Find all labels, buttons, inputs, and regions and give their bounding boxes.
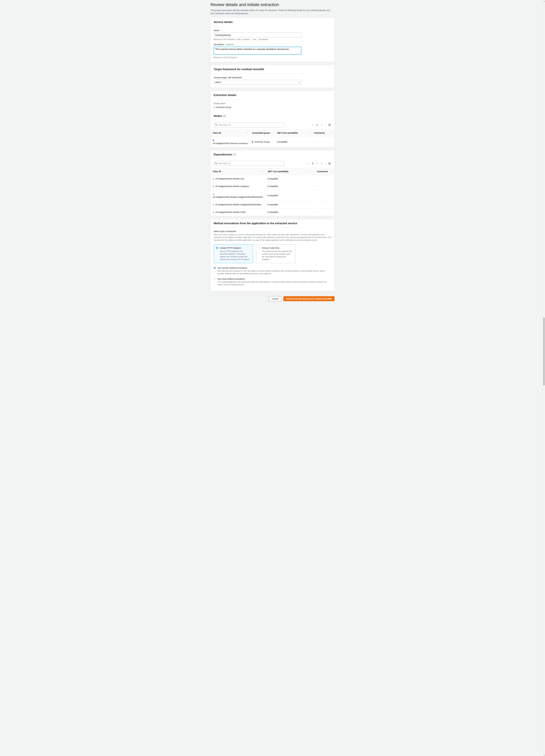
- gear-icon: [328, 162, 331, 165]
- col-portability[interactable]: .NET Core portability: [267, 170, 289, 173]
- col-portability[interactable]: .NET Core portability: [277, 131, 298, 135]
- heading-dependencies: Dependencies (7): [210, 150, 335, 159]
- table-row[interactable]: clr:GadgetsOnline.Models.GadgetsOnlineEn…: [210, 201, 335, 209]
- scrollbar[interactable]: ▴ ▾: [543, 0, 545, 307]
- dot-icon: [213, 178, 214, 180]
- col-comments[interactable]: Comments: [314, 131, 325, 135]
- heading-extraction-details: Extraction details: [210, 91, 335, 99]
- svg-point-2: [329, 125, 330, 125]
- dependencies-page-2[interactable]: 2: [316, 162, 319, 165]
- col-comments[interactable]: Comments: [317, 170, 328, 173]
- radio-icon: [214, 278, 216, 280]
- table-row[interactable]: clr:GadgetsOnline.Services.Inventory Inv…: [210, 137, 335, 147]
- dependencies-next-page-button[interactable]: [320, 162, 323, 165]
- radio-icon: [216, 247, 218, 249]
- page-title: Review details and initiate extraction: [210, 2, 335, 8]
- cell-portability: Compatible: [265, 209, 315, 216]
- dot-icon: [213, 204, 214, 205]
- cell-class-id: clr:GadgetsOnline.Models.GadgetsOnlineDB…: [213, 196, 263, 198]
- hint-name: Maximum of 20 characters. Letters, numbe…: [214, 38, 331, 41]
- panel-target-framework: Target framework for residual monolith C…: [210, 65, 335, 88]
- dot-icon: [213, 193, 214, 195]
- tile-title: Extract Code Only: [262, 246, 293, 250]
- dependencies-search-input[interactable]: [214, 161, 284, 166]
- heading-dependencies-text: Dependencies: [214, 153, 232, 156]
- cell-portability: Compatible: [265, 201, 315, 209]
- table-row[interactable]: clr:GadgetsOnline.Models.GadgetsOnlineDB…: [210, 190, 335, 201]
- table-row[interactable]: clr:GadgetsOnline.Models.OrderCompatible…: [210, 209, 335, 216]
- value-group-name: 1. Inventory Group: [214, 106, 331, 109]
- name-input[interactable]: [214, 33, 302, 37]
- heading-nodes-text: Nodes: [214, 114, 222, 117]
- cell-class-id: clr:GadgetsOnline.Services.Inventory: [213, 142, 248, 145]
- tile-title: Create HTTP Endpoint: [220, 246, 251, 250]
- col-associated-group[interactable]: Associated group: [252, 131, 270, 135]
- invocation-option[interactable]: Use remote method invocationsAWS Microse…: [210, 266, 335, 275]
- col-class-id[interactable]: Class ID: [213, 170, 221, 173]
- cancel-button[interactable]: Cancel: [269, 296, 282, 301]
- dependencies-settings-button[interactable]: [328, 162, 331, 165]
- description-input[interactable]: This Inventory Service will be extracted…: [214, 47, 302, 55]
- nodes-next-page-button[interactable]: [320, 123, 323, 127]
- panel-method-invocations: Method invocations from the application …: [210, 219, 335, 291]
- gear-icon: [328, 124, 331, 126]
- dependencies-prev-page-button[interactable]: [307, 162, 310, 165]
- sort-icon[interactable]: [308, 131, 310, 135]
- dot-icon: [213, 140, 214, 141]
- dependencies-table: Class ID .NET Core portability Comments …: [210, 168, 335, 216]
- nodes-table: Class ID Associated group .NET Core port…: [210, 130, 335, 147]
- heading-nodes: Nodes (1): [210, 112, 335, 120]
- option-title: Use local method invocations: [217, 277, 331, 281]
- search-icon: [215, 124, 217, 127]
- cell-comments: -: [315, 175, 335, 183]
- panel-extraction-details: Extraction details Group name 1. Invento…: [210, 91, 335, 147]
- label-name: Name: [214, 29, 331, 32]
- col-class-id[interactable]: Class ID: [213, 131, 221, 135]
- cell-class-id: clr:GadgetsOnline.Models.Category: [215, 185, 249, 187]
- radio-icon: [214, 267, 216, 269]
- search-icon: [215, 162, 217, 165]
- svg-point-0: [215, 124, 216, 125]
- radio-icon: [258, 247, 260, 249]
- option-desc: The modified application will continue t…: [217, 281, 331, 286]
- desc-select-extraction-type: When you extract a group as a service, M…: [210, 233, 335, 243]
- invocation-option[interactable]: Use local method invocationsThe modified…: [210, 277, 335, 286]
- hint-description: Maximum of 1024 characters.: [214, 56, 331, 59]
- sort-icon[interactable]: [331, 131, 332, 135]
- heading-target-framework: Target framework for residual monolith: [210, 65, 335, 74]
- extraction-type-tile[interactable]: Create HTTP EndpointAdd an HTTP wrapper …: [214, 244, 253, 263]
- cell-portability: Compatible: [265, 183, 315, 190]
- cell-comments: -: [312, 137, 335, 147]
- extraction-type-tile[interactable]: Extract Code OnlyThis option extracts th…: [256, 244, 295, 263]
- sort-icon[interactable]: [246, 131, 248, 135]
- cell-class-id: clr:GadgetsOnline.Models.GadgetsOnlineEn…: [215, 203, 261, 206]
- cell-portability: Compatible: [265, 175, 315, 183]
- svg-line-4: [216, 164, 217, 164]
- nodes-settings-button[interactable]: [328, 123, 331, 127]
- table-row[interactable]: clr:GadgetsOnline.Models.CartCompatible-: [210, 175, 335, 183]
- tile-desc: This option extracts the endpoint and cr…: [262, 250, 293, 261]
- cell-comments: -: [315, 201, 335, 209]
- cell-portability: Compatible: [275, 137, 312, 147]
- svg-point-3: [215, 163, 216, 164]
- option-desc: AWS Microservice Extractor for .NET will…: [217, 270, 331, 275]
- cell-comments: -: [315, 209, 335, 216]
- heading-method-invocations: Method invocations from the application …: [210, 219, 335, 228]
- dependencies-page-1[interactable]: 1: [311, 162, 314, 165]
- extract-button[interactable]: Extract and port group and residual mono…: [284, 296, 335, 301]
- svg-point-5: [329, 163, 330, 164]
- sort-icon[interactable]: [271, 131, 272, 135]
- nodes-prev-page-button[interactable]: [311, 123, 314, 127]
- dot-icon: [252, 141, 253, 143]
- nodes-search-input[interactable]: [214, 122, 284, 127]
- tile-desc: Add an HTTP wrapper to the extracted end…: [220, 250, 251, 261]
- cell-comments: -: [315, 183, 335, 190]
- label-select-extraction-type: Select type of extraction: [210, 228, 335, 233]
- label-description-main: Description: [214, 43, 224, 46]
- target-framework-select[interactable]: net6.0: [214, 80, 302, 85]
- sort-icon[interactable]: [311, 170, 313, 173]
- sort-icon[interactable]: [331, 170, 332, 173]
- sort-icon[interactable]: [261, 170, 263, 173]
- scroll-up-icon[interactable]: ▴: [543, 0, 545, 2]
- table-row[interactable]: clr:GadgetsOnline.Models.CategoryCompati…: [210, 183, 335, 190]
